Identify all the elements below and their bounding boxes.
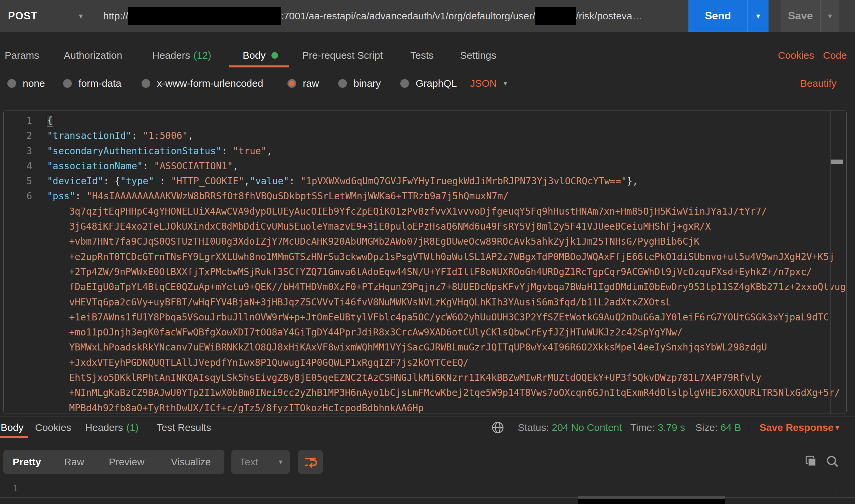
save-options-caret-icon[interactable]: ▾: [820, 0, 839, 32]
response-headers-label: Headers: [85, 422, 123, 433]
radio-graphql[interactable]: GraphQL: [400, 74, 457, 93]
line-number: [4, 385, 32, 400]
view-tab-raw[interactable]: Raw: [64, 450, 84, 474]
size-value: 64 B: [720, 422, 741, 433]
copy-response-button[interactable]: [804, 455, 817, 468]
radio-x-www-form-urlencoded-label: x-www-form-urlencoded: [157, 78, 263, 89]
tab-settings[interactable]: Settings: [460, 45, 496, 66]
body-filled-dot-icon: [271, 52, 278, 59]
wrap-text-icon: [304, 455, 317, 469]
line-number: [4, 295, 32, 310]
time-value: 3.79 s: [658, 422, 685, 433]
tab-tests[interactable]: Tests: [410, 45, 434, 66]
radio-form-data[interactable]: form-data: [63, 74, 121, 93]
radio-raw-selected[interactable]: raw: [287, 74, 319, 93]
editor-scrollbar-track: [830, 110, 831, 414]
line-number: 6: [4, 188, 32, 203]
radio-selected-circle-icon: [287, 79, 296, 88]
method-caret-icon[interactable]: ▾: [79, 0, 83, 32]
network-globe-icon: [491, 420, 505, 435]
response-tab-test-results[interactable]: Test Results: [157, 419, 211, 436]
cookies-link[interactable]: Cookies: [778, 45, 814, 66]
line-number: 2: [4, 128, 32, 143]
request-body-editor[interactable]: 1{2"transactionId": "1:5006",3"secondary…: [3, 110, 847, 414]
redacted-host: [128, 7, 281, 25]
request-bar: POST ▾ http://:7001/aa-restapi/ca/advanc…: [0, 0, 855, 32]
send-button[interactable]: Send ▾: [689, 0, 768, 32]
radio-form-data-label: form-data: [78, 78, 121, 89]
send-button-label: Send: [689, 0, 748, 32]
url-mid: :7001/aa-restapi/ca/advancedauth/v1/org/…: [281, 10, 535, 22]
url-prefix: http://: [103, 10, 128, 22]
method-selector[interactable]: POST: [8, 0, 37, 32]
url-truncation-ellipsis: …: [632, 10, 642, 22]
url-input[interactable]: http://:7001/aa-restapi/ca/advancedauth/…: [103, 0, 642, 32]
code-line: 6"pss": "H4sIAAAAAAAAAKVWzW8bRRSfOt8fhVB…: [4, 188, 846, 203]
line-number: [4, 325, 32, 340]
line-number: 3: [4, 144, 32, 159]
radio-binary[interactable]: binary: [338, 74, 381, 93]
code-line: fDaEIgU0aTpYL4BtqCE0QZuAp+mYetu9+QEK//bH…: [4, 280, 846, 294]
view-tab-preview[interactable]: Preview: [109, 450, 145, 474]
tab-headers[interactable]: Headers(12): [152, 45, 211, 66]
code-line: +NInMLgKaBzCZ9BAJwU0YTp2I1wX0bBm0INei9cc…: [4, 385, 846, 400]
radio-binary-label: binary: [354, 78, 381, 89]
radio-none-label: none: [23, 78, 45, 89]
response-tab-cookies[interactable]: Cookies: [35, 419, 71, 436]
tab-pre-request-script[interactable]: Pre-request Script: [302, 45, 383, 66]
tab-body[interactable]: Body: [243, 45, 278, 66]
line-number: 1: [4, 113, 32, 128]
line-number: [4, 340, 32, 355]
meta-vertical-divider: [749, 419, 749, 436]
response-format-dropdown[interactable]: Text ▾: [231, 450, 290, 474]
language-caret-icon[interactable]: ▾: [503, 74, 507, 93]
response-tab-headers[interactable]: Headers(1): [85, 419, 139, 436]
send-options-caret-icon[interactable]: ▾: [748, 0, 768, 32]
response-body-line-number: 1: [13, 483, 18, 493]
editor-scrollbar-thumb[interactable]: [831, 160, 843, 164]
headers-count-badge: (12): [193, 50, 211, 61]
save-response-button[interactable]: Save Response: [760, 419, 834, 436]
code-line: +vbm7HNt7fa9CJqS0QSTUzTHI0U0g3XdoIZjY7Mc…: [4, 234, 846, 249]
tab-params[interactable]: Params: [5, 45, 39, 66]
response-format-value: Text: [240, 450, 258, 474]
radio-graphql-label: GraphQL: [416, 78, 457, 89]
code-line: YBMWxLhPoadskRkYNcanv7uEWiBRNKkZlO8QJ8xH…: [4, 340, 846, 355]
code-line: 4"associationName": "ASSOCIATION1",: [4, 159, 846, 174]
code-line: 5"deviceId": {"type" : "HTTP_COOKIE","va…: [4, 174, 846, 188]
view-tab-visualize[interactable]: Visualize: [171, 450, 211, 474]
status-indicator: Status: 204 No Content: [518, 419, 622, 436]
wrap-text-button[interactable]: [298, 450, 323, 474]
bottom-divider: [0, 497, 855, 498]
search-response-button[interactable]: [826, 455, 839, 468]
line-number: [4, 264, 32, 280]
save-response-caret-icon[interactable]: ▾: [835, 419, 839, 436]
line-number: [4, 234, 32, 249]
save-button[interactable]: Save ▾: [781, 0, 839, 32]
response-view-tabs-group: Pretty Raw Preview Visualize: [3, 450, 224, 474]
response-format-caret-icon: ▾: [279, 450, 282, 474]
tab-authorization[interactable]: Authorization: [64, 45, 122, 66]
beautify-link[interactable]: Beautify: [800, 74, 836, 93]
time-indicator: Time: 3.79 s: [630, 419, 685, 436]
view-tab-pretty[interactable]: Pretty: [13, 450, 41, 474]
tab-body-label: Body: [243, 50, 265, 61]
size-label: Size:: [695, 422, 718, 433]
size-indicator: Size: 64 B: [695, 419, 741, 436]
active-tab-underline: [229, 66, 289, 68]
line-number: [4, 204, 32, 219]
response-section-divider: [0, 417, 855, 417]
url-suffix: /risk/posteva: [576, 10, 632, 22]
time-label: Time:: [630, 422, 655, 433]
code-line: 1{: [4, 113, 846, 128]
language-dropdown[interactable]: JSON: [470, 74, 497, 93]
code-line: +JxdxVTEyhPGDNQUQTLAllJVepdfYnIwx8P1Quwu…: [4, 355, 846, 370]
line-number: [4, 370, 32, 385]
radio-none[interactable]: none: [7, 74, 45, 93]
status-label: Status:: [518, 422, 549, 433]
code-link[interactable]: Code: [823, 45, 847, 66]
code-line: EhtSjxo5DKklRPhtAnINKQAIsqyLSk5hsEivgZ8y…: [4, 370, 846, 385]
response-tab-body[interactable]: Body: [1, 419, 23, 436]
radio-x-www-form-urlencoded[interactable]: x-www-form-urlencoded: [142, 74, 263, 93]
line-number: [4, 310, 32, 325]
